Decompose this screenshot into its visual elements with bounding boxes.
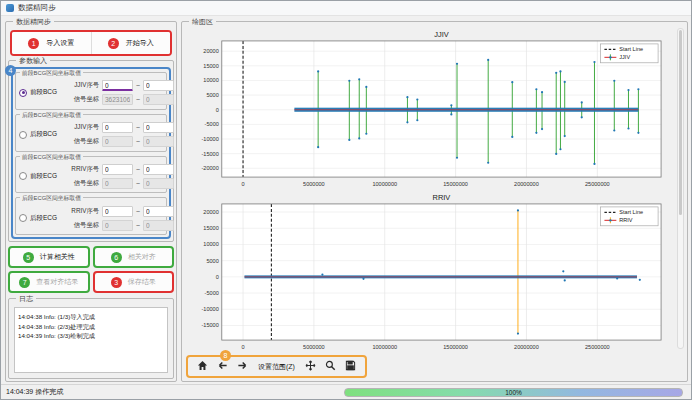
zoom-button[interactable] <box>324 360 337 373</box>
view-align-result-label: 查看对齐结果 <box>36 277 78 287</box>
svg-text:5000: 5000 <box>206 258 218 264</box>
jjiv-index-from-input[interactable] <box>102 122 133 133</box>
jjiv-index-to-input[interactable] <box>143 122 174 133</box>
svg-text:5000: 5000 <box>206 92 218 98</box>
svg-text:RRIV: RRIV <box>619 217 633 223</box>
main-area: 数据精同步 1 导入设置 2 开始导入 参数输入 4 <box>1 16 691 384</box>
front-bcg-radio[interactable]: 前段BCG <box>19 88 66 97</box>
section-front-ecg: 前段ECG区间坐标取值 前段ECG RRIV序号 ~ <box>15 156 167 194</box>
save-result-label: 保存结果 <box>128 277 156 287</box>
svg-text:5000000: 5000000 <box>303 344 325 350</box>
log-list[interactable]: 14:04:38 Info: (1/3)导入完成 14:04:38 Info: … <box>14 307 168 373</box>
jjiv-index-from-input[interactable] <box>102 80 133 91</box>
save-result-button[interactable]: 3 保存结果 <box>95 273 173 291</box>
section-front-bcg: 前段BCG区间坐标取值 前段BCG JJIV序号 ~ <box>15 72 167 110</box>
field-label: RRIV序号 <box>66 165 99 174</box>
home-button[interactable] <box>196 360 209 373</box>
step-badge-1: 1 <box>28 38 39 49</box>
radio-label: 后段BCG <box>30 130 57 139</box>
step-badge-8: 8 <box>220 350 231 361</box>
tilde: ~ <box>136 166 140 173</box>
svg-text:15000: 15000 <box>203 225 218 231</box>
step-badge-6: 6 <box>111 252 122 263</box>
step-badge-2: 2 <box>108 38 119 49</box>
step-badge-7: 7 <box>19 277 30 288</box>
save-figure-button[interactable] <box>344 360 357 373</box>
back-arrow-icon <box>217 359 228 374</box>
svg-text:0: 0 <box>241 181 244 187</box>
rear-bcg-radio[interactable]: 后段BCG <box>19 130 66 139</box>
rriv-index-to-input[interactable] <box>143 164 174 175</box>
pan-button[interactable] <box>304 360 317 373</box>
calc-correlation-label: 计算相关性 <box>40 252 75 262</box>
jjiv-index-to-input[interactable] <box>143 80 174 91</box>
field-label: 信号坐标 <box>66 221 99 230</box>
section-title: 后段BCG区间坐标取值 <box>20 111 83 120</box>
section-title: 前段BCG区间坐标取值 <box>20 69 83 78</box>
correlation-align-label: 相关对齐 <box>128 252 156 262</box>
svg-text:-5000: -5000 <box>205 290 219 296</box>
tilde: ~ <box>136 124 140 131</box>
svg-text:10000000: 10000000 <box>372 344 397 350</box>
svg-text:-5000: -5000 <box>205 121 219 127</box>
svg-text:10000000: 10000000 <box>372 181 397 187</box>
section-title: 后段ECG区间坐标取值 <box>20 194 83 203</box>
rriv-index-from-input[interactable] <box>102 206 133 217</box>
back-button[interactable] <box>216 360 229 373</box>
signal-coord-to-input <box>143 178 174 189</box>
step-badge-3: 3 <box>111 277 122 288</box>
radio-icon[interactable] <box>19 89 27 97</box>
svg-text:Start Line: Start Line <box>619 209 643 215</box>
jjiv-plot: 20000150001000050000-5000-10000-15000-20… <box>188 29 673 190</box>
correlation-align-button[interactable]: 6 相关对齐 <box>95 248 173 266</box>
rriv-chart-canvas[interactable]: 20000150001000050000-5000-10000-15000050… <box>188 192 673 353</box>
plot-area-group: 绘图区 20000150001000050000-5000-10000-1500… <box>181 21 688 382</box>
pan-icon <box>305 359 316 374</box>
calc-correlation-box: 5 计算相关性 <box>8 246 90 268</box>
app-icon <box>6 4 14 12</box>
save-result-box: 3 保存结果 <box>93 271 175 293</box>
sync-panel-group: 数据精同步 1 导入设置 2 开始导入 参数输入 4 <box>5 21 177 382</box>
svg-text:20000: 20000 <box>203 209 218 215</box>
radio-label: 前段BCG <box>30 88 57 97</box>
floppy-disk-icon <box>345 359 356 374</box>
jjiv-chart-canvas[interactable]: 20000150001000050000-5000-10000-15000-20… <box>188 29 673 190</box>
svg-text:JJIV: JJIV <box>619 54 630 60</box>
radio-icon[interactable] <box>19 214 27 222</box>
svg-text:20000: 20000 <box>203 48 218 54</box>
sync-panel-title: 数据精同步 <box>13 17 54 26</box>
svg-text:15000: 15000 <box>203 63 218 69</box>
view-align-result-button[interactable]: 7 查看对齐结果 <box>10 273 88 291</box>
log-line: 14:04:39 Info: (3/3)绘制完成 <box>18 331 164 341</box>
svg-text:JJIV: JJIV <box>434 30 449 39</box>
svg-text:25000000: 25000000 <box>585 181 610 187</box>
import-annotation-box: 1 导入设置 2 开始导入 <box>10 30 172 56</box>
radio-icon[interactable] <box>19 172 27 180</box>
home-icon <box>197 359 208 374</box>
svg-text:-20000: -20000 <box>202 165 219 171</box>
scrollbar-thumb[interactable] <box>679 30 682 215</box>
set-range-button[interactable]: 设置范围(Z) <box>256 362 297 372</box>
calc-correlation-button[interactable]: 5 计算相关性 <box>10 248 88 266</box>
param-annotation-box: 4 前段BCG区间坐标取值 前段BCG JJIV序号 <box>11 67 171 239</box>
section-rear-ecg: 后段ECG区间坐标取值 后段ECG RRIV序号 ~ <box>15 197 167 235</box>
titlebar[interactable]: 数据精同步 <box>1 1 691 16</box>
step-badge-5: 5 <box>23 252 34 263</box>
rear-ecg-radio[interactable]: 后段ECG <box>19 214 66 223</box>
front-ecg-radio[interactable]: 前段ECG <box>19 172 66 181</box>
forward-button[interactable] <box>236 360 249 373</box>
rriv-index-to-input[interactable] <box>143 206 174 217</box>
svg-text:-15000: -15000 <box>202 322 219 328</box>
charts-container: 20000150001000050000-5000-10000-15000-20… <box>188 29 673 349</box>
start-import-button[interactable]: 2 开始导入 <box>91 32 171 54</box>
action-buttons: 5 计算相关性 6 相关对齐 7 查看对齐结果 <box>8 246 174 294</box>
tilde: ~ <box>136 82 140 89</box>
plot-vertical-scrollbar[interactable] <box>677 28 684 349</box>
tilde: ~ <box>136 208 140 215</box>
rriv-plot: 20000150001000050000-5000-10000-15000050… <box>188 192 673 353</box>
radio-icon[interactable] <box>19 131 27 139</box>
rriv-index-from-input[interactable] <box>102 164 133 175</box>
log-group-title: 日志 <box>16 294 36 303</box>
field-label: 信号坐标 <box>66 95 99 104</box>
import-settings-button[interactable]: 1 导入设置 <box>12 32 91 54</box>
